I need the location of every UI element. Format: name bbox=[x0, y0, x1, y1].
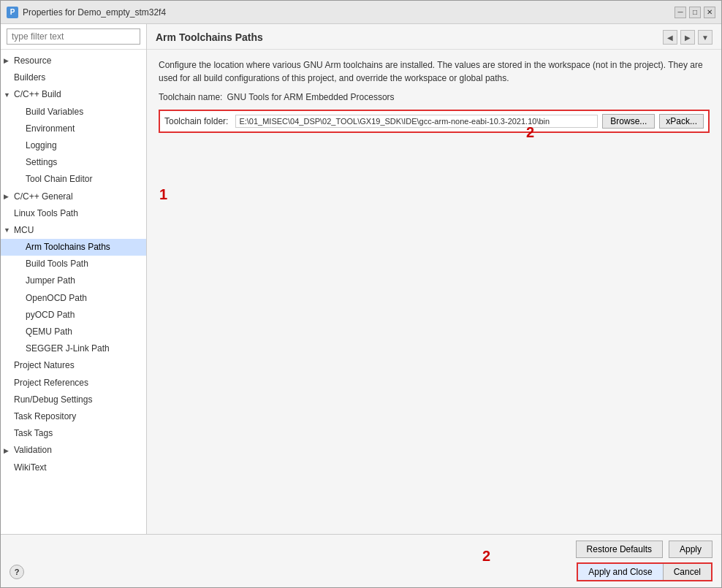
title-bar: P Properties for Demo_empty_stm32f4 ─ □ … bbox=[1, 1, 721, 24]
toolchain-name-label: Toolchain name: bbox=[159, 92, 222, 102]
bottom-bar: Restore Defaults Apply ? Apply and Close… bbox=[1, 534, 721, 587]
sidebar-item-label: QEMU Path bbox=[26, 325, 72, 339]
bottom-row-1: Restore Defaults Apply bbox=[10, 541, 712, 558]
toolchain-folder-label: Toolchain folder: bbox=[164, 116, 228, 126]
sidebar-item-label: Build Tools Path bbox=[26, 257, 88, 271]
sidebar-item-label: Linux Tools Path bbox=[14, 207, 78, 221]
expand-arrow: ▶ bbox=[4, 191, 11, 202]
sidebar-item-project-references[interactable]: Project References bbox=[1, 375, 146, 392]
toolchain-folder-input[interactable] bbox=[235, 115, 598, 128]
sidebar-item-segger-jlink[interactable]: SEGGER J-Link Path bbox=[1, 340, 146, 357]
back-button[interactable]: ◀ bbox=[663, 30, 677, 45]
sidebar-item-label: Task Tags bbox=[14, 427, 53, 440]
sidebar-item-label: Settings bbox=[26, 156, 57, 169]
sidebar-item-label: C/C++ Build bbox=[14, 88, 61, 102]
sidebar-item-label: Task Repository bbox=[14, 410, 76, 424]
sidebar-item-label: pyOCD Path bbox=[26, 308, 75, 322]
maximize-button[interactable]: □ bbox=[689, 7, 701, 18]
sidebar-item-pyocd-path[interactable]: pyOCD Path bbox=[1, 307, 146, 324]
search-input[interactable] bbox=[7, 28, 140, 45]
sidebar-item-label: Builders bbox=[14, 71, 45, 85]
sidebar-item-label: MCU bbox=[14, 224, 34, 237]
sidebar-item-builders[interactable]: Builders bbox=[1, 69, 146, 86]
sidebar-item-label: Environment bbox=[26, 122, 75, 136]
xpack-button[interactable]: xPack... bbox=[659, 114, 704, 129]
expand-arrow: ▶ bbox=[4, 446, 11, 456]
sidebar-item-linux-tools-path[interactable]: Linux Tools Path bbox=[1, 205, 146, 222]
filter-input-container bbox=[1, 24, 146, 50]
sidebar-item-label: Arm Toolchains Paths bbox=[26, 240, 110, 254]
window-icon: P bbox=[7, 7, 18, 18]
sidebar-item-label: SEGGER J-Link Path bbox=[26, 342, 110, 356]
sidebar-item-task-tags[interactable]: Task Tags bbox=[1, 425, 146, 442]
apply-and-close-button[interactable]: Apply and Close bbox=[578, 564, 663, 580]
sidebar-item-task-repository[interactable]: Task Repository bbox=[1, 408, 146, 425]
sidebar-item-label: WikiText bbox=[14, 461, 47, 475]
restore-defaults-button[interactable]: Restore Defaults bbox=[576, 541, 663, 558]
toolbar: ◀ ▶ ▼ bbox=[663, 30, 712, 45]
sidebar-item-cpp-build[interactable]: ▼ C/C++ Build bbox=[1, 86, 146, 103]
sidebar-item-qemu-path[interactable]: QEMU Path bbox=[1, 324, 146, 340]
sidebar-item-environment[interactable]: Environment bbox=[1, 121, 146, 137]
sidebar-item-label: C/C++ General bbox=[14, 190, 73, 204]
cancel-button[interactable]: Cancel bbox=[664, 564, 711, 580]
toolchain-folder-row: Toolchain folder: Browse... xPack... bbox=[159, 110, 710, 133]
history-dropdown-button[interactable]: ▼ bbox=[698, 30, 712, 45]
right-header: Arm Toolchains Paths ◀ ▶ ▼ bbox=[147, 24, 721, 50]
sidebar-item-label: Validation bbox=[14, 443, 52, 457]
sidebar-item-cpp-general[interactable]: ▶ C/C++ General bbox=[1, 188, 146, 205]
sidebar-item-resource[interactable]: ▶ Resource bbox=[1, 53, 146, 69]
expand-arrow: ▼ bbox=[4, 225, 11, 235]
apply-close-cancel-group: Apply and Close Cancel bbox=[577, 562, 712, 581]
sidebar-item-openocd-path[interactable]: OpenOCD Path bbox=[1, 290, 146, 307]
right-panel-title: Arm Toolchains Paths bbox=[156, 31, 263, 43]
sidebar-item-wikitext[interactable]: WikiText bbox=[1, 459, 146, 476]
sidebar-item-label: OpenOCD Path bbox=[26, 291, 87, 305]
close-button[interactable]: ✕ bbox=[704, 7, 715, 18]
bottom-row-2: ? Apply and Close Cancel bbox=[10, 562, 712, 581]
sidebar-item-project-natures[interactable]: Project Natures bbox=[1, 357, 146, 374]
toolchain-name-row: Toolchain name: GNU Tools for ARM Embedd… bbox=[159, 92, 710, 102]
sidebar-item-build-tools-path[interactable]: Build Tools Path bbox=[1, 256, 146, 272]
expand-arrow: ▶ bbox=[4, 56, 11, 66]
description-text: Configure the location where various GNU… bbox=[159, 58, 710, 85]
forward-button[interactable]: ▶ bbox=[680, 30, 695, 45]
sidebar-item-label: Jumper Path bbox=[26, 274, 75, 288]
sidebar-item-arm-toolchains-paths[interactable]: Arm Toolchains Paths bbox=[1, 239, 146, 256]
sidebar-item-validation[interactable]: ▶ Validation bbox=[1, 442, 146, 459]
sidebar-item-logging[interactable]: Logging bbox=[1, 137, 146, 154]
sidebar-item-label: Build Variables bbox=[26, 105, 83, 119]
sidebar-item-label: Resource bbox=[14, 54, 51, 68]
right-body: Configure the location where various GNU… bbox=[147, 50, 721, 534]
sidebar-item-label: Tool Chain Editor bbox=[26, 172, 92, 186]
sidebar-item-label: Project Natures bbox=[14, 359, 75, 373]
browse-button[interactable]: Browse... bbox=[602, 114, 655, 129]
minimize-button[interactable]: ─ bbox=[674, 7, 686, 18]
sidebar-item-settings[interactable]: Settings bbox=[1, 154, 146, 171]
sidebar-item-label: Project References bbox=[14, 376, 88, 390]
window-title: Properties for Demo_empty_stm32f4 bbox=[23, 7, 166, 18]
sidebar-item-label: Logging bbox=[26, 139, 57, 153]
window-controls: ─ □ ✕ bbox=[674, 7, 715, 18]
expand-arrow: ▼ bbox=[4, 90, 11, 100]
sidebar-item-tool-chain-editor[interactable]: Tool Chain Editor bbox=[1, 171, 146, 188]
sidebar-item-mcu[interactable]: ▼ MCU bbox=[1, 222, 146, 239]
right-panel: Arm Toolchains Paths ◀ ▶ ▼ Configure the… bbox=[147, 24, 721, 534]
help-button[interactable]: ? bbox=[10, 565, 24, 579]
apply-button[interactable]: Apply bbox=[669, 541, 712, 558]
navigation-tree: ▶ Resource Builders ▼ C/C++ Build Build … bbox=[1, 50, 146, 534]
sidebar-item-build-variables[interactable]: Build Variables bbox=[1, 104, 146, 121]
left-panel: ▶ Resource Builders ▼ C/C++ Build Build … bbox=[1, 24, 147, 534]
toolchain-name-value: GNU Tools for ARM Embedded Processors bbox=[227, 92, 394, 102]
sidebar-item-run-debug-settings[interactable]: Run/Debug Settings bbox=[1, 392, 146, 408]
sidebar-item-jumper-path[interactable]: Jumper Path bbox=[1, 272, 146, 289]
sidebar-item-label: Run/Debug Settings bbox=[14, 393, 92, 407]
